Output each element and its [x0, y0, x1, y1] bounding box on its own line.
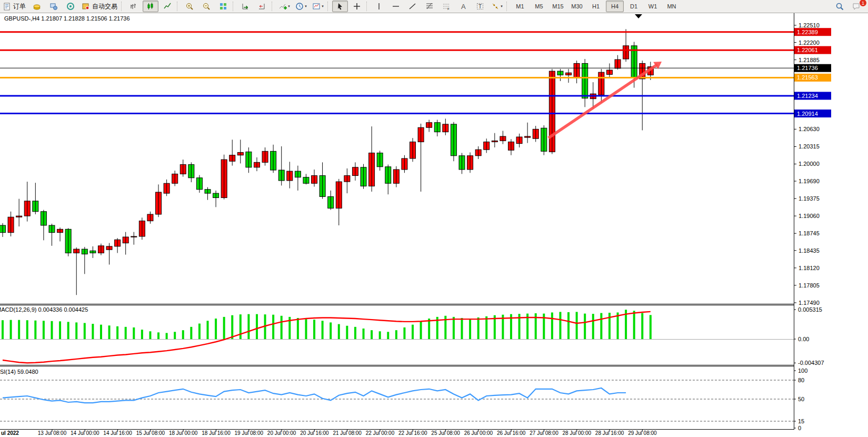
- text-button[interactable]: A: [455, 1, 471, 12]
- time-label: 20 Jul 16:00: [300, 430, 329, 436]
- toolbar-separator: [506, 2, 510, 11]
- rsi-tick-label: 15: [798, 418, 804, 424]
- rsi-tick-label: 100: [798, 368, 807, 374]
- dropdown-caret-icon[interactable]: ▾: [501, 4, 503, 8]
- toolbar-separator: [233, 2, 236, 11]
- price-tick-label: 1.22510: [799, 22, 820, 28]
- indicators-button[interactable]: ▾: [276, 1, 292, 12]
- cursor-icon: [336, 2, 344, 11]
- price-tick-label: 1.19375: [799, 195, 820, 202]
- price-badge-label: 1.22389: [797, 29, 818, 35]
- price-tick-label: 1.18120: [799, 265, 820, 271]
- time-label: 22 Jul 16:00: [398, 430, 427, 436]
- macd-tick-label: 0.00: [798, 336, 809, 342]
- cross-icon: [353, 2, 361, 11]
- cursor-button[interactable]: [332, 1, 348, 12]
- timeframe-h1-button[interactable]: H1: [587, 1, 605, 12]
- timeframe-m5-button[interactable]: M5: [530, 1, 548, 12]
- time-label: 28 Jul 16:00: [595, 430, 624, 436]
- signal-icon: [66, 2, 75, 11]
- price-tick-label: 1.18745: [799, 230, 820, 236]
- price-badge-label: 1.21234: [797, 93, 818, 99]
- zoom-out-button[interactable]: [198, 1, 214, 12]
- vline-icon: [375, 2, 383, 11]
- price-tick-label: 1.22200: [799, 39, 820, 46]
- trendline-button[interactable]: [405, 1, 421, 12]
- arrows-button[interactable]: ▾: [489, 1, 505, 12]
- candle-chart-button[interactable]: [143, 1, 158, 12]
- periods-button[interactable]: ▾: [293, 1, 309, 12]
- time-label: 28 Jul 00:00: [563, 430, 592, 436]
- toolbar: 订单自动交易▾▾▾FAT▾M1M5M15M30H1H4D1W1MN1: [0, 0, 868, 13]
- time-label: 18 Jul 00:00: [169, 430, 198, 436]
- hline-icon: [392, 2, 400, 11]
- text-label-button[interactable]: T: [472, 1, 488, 12]
- chart-gold-button[interactable]: [29, 1, 45, 12]
- chart-canvas[interactable]: 1.225101.222001.218851.206301.203151.200…: [0, 0, 868, 437]
- time-label: 14 Jul 16:00: [103, 430, 132, 436]
- gridf-icon: F: [442, 2, 451, 11]
- time-label: ul 2022: [1, 430, 19, 436]
- timeframe-m1-button[interactable]: M1: [511, 1, 529, 12]
- price-tick-label: 1.21885: [799, 57, 820, 63]
- tile-icon: [219, 2, 227, 11]
- price-tick-label: 1.20315: [799, 143, 820, 150]
- timeframe-d1-button[interactable]: D1: [625, 1, 643, 12]
- tile-windows-button[interactable]: [215, 1, 231, 12]
- time-label: 18 Jul 16:00: [202, 430, 231, 436]
- time-label: 26 Jul 00:00: [464, 430, 493, 436]
- timeframe-w1-button[interactable]: W1: [644, 1, 662, 12]
- gold-icon: [33, 2, 41, 11]
- zoom-in-button[interactable]: [182, 1, 197, 12]
- signals-button[interactable]: [63, 1, 78, 12]
- rsi-tick-label: 80: [798, 377, 804, 383]
- price-tick-label: 1.17805: [799, 282, 820, 289]
- zoomin-icon: [185, 2, 194, 11]
- chart-shift-button[interactable]: [254, 1, 270, 12]
- time-label: 22 Jul 00:00: [366, 430, 395, 436]
- search-button[interactable]: [832, 1, 847, 12]
- equidistant-button[interactable]: F: [438, 1, 454, 12]
- svg-text:A: A: [461, 3, 466, 11]
- notification-badge: 1: [859, 0, 867, 7]
- svg-text:T: T: [478, 4, 482, 9]
- price-tick-label: 1.19060: [799, 213, 820, 219]
- toolbar-separator: [366, 2, 370, 11]
- shift-icon: [258, 2, 266, 11]
- auto-trading-button[interactable]: 自动交易: [79, 1, 119, 12]
- expert-icon: [49, 2, 58, 11]
- time-label: 25 Jul 08:00: [431, 430, 460, 436]
- horizontal-line-button[interactable]: [388, 1, 404, 12]
- fibonacci-button[interactable]: [422, 1, 437, 12]
- price-tick-label: 1.20000: [799, 161, 820, 167]
- clock-icon: [295, 2, 304, 11]
- dropdown-caret-icon[interactable]: ▾: [288, 4, 290, 8]
- linechart-icon: [163, 2, 172, 11]
- dropdown-caret-icon[interactable]: ▾: [305, 4, 307, 8]
- new-order-label: 订单: [13, 2, 26, 11]
- auto-scroll-button[interactable]: [237, 1, 253, 12]
- timeframe-h4-button[interactable]: H4: [606, 1, 624, 12]
- new-order-button[interactable]: 订单: [1, 1, 28, 12]
- line-chart-button[interactable]: [159, 1, 175, 12]
- templates-button[interactable]: ▾: [310, 1, 326, 12]
- expert-advisor-button[interactable]: [46, 1, 62, 12]
- toolbar-separator: [121, 2, 124, 11]
- time-label: 13 Jul 08:00: [38, 430, 67, 436]
- time-label: 27 Jul 08:00: [530, 430, 558, 436]
- timeframe-m30-button[interactable]: M30: [568, 1, 586, 12]
- timeframe-m15-button[interactable]: M15: [549, 1, 567, 12]
- toolbar-separator: [327, 2, 331, 11]
- time-label: 15 Jul 08:00: [136, 430, 165, 436]
- crosshair-button[interactable]: [349, 1, 365, 12]
- dropdown-caret-icon[interactable]: ▾: [322, 4, 324, 8]
- time-label: 21 Jul 08:00: [333, 430, 362, 436]
- bar-chart-button[interactable]: [126, 1, 142, 12]
- price-tick-label: 1.19690: [799, 178, 820, 184]
- timeframe-mn-button[interactable]: MN: [663, 1, 681, 12]
- time-label: 29 Jul 08:00: [628, 430, 657, 436]
- time-label: 19 Jul 08:00: [235, 430, 264, 436]
- price-tick-label: 1.18435: [799, 247, 820, 254]
- chat-button[interactable]: 1: [849, 1, 864, 12]
- vertical-line-button[interactable]: [371, 1, 387, 12]
